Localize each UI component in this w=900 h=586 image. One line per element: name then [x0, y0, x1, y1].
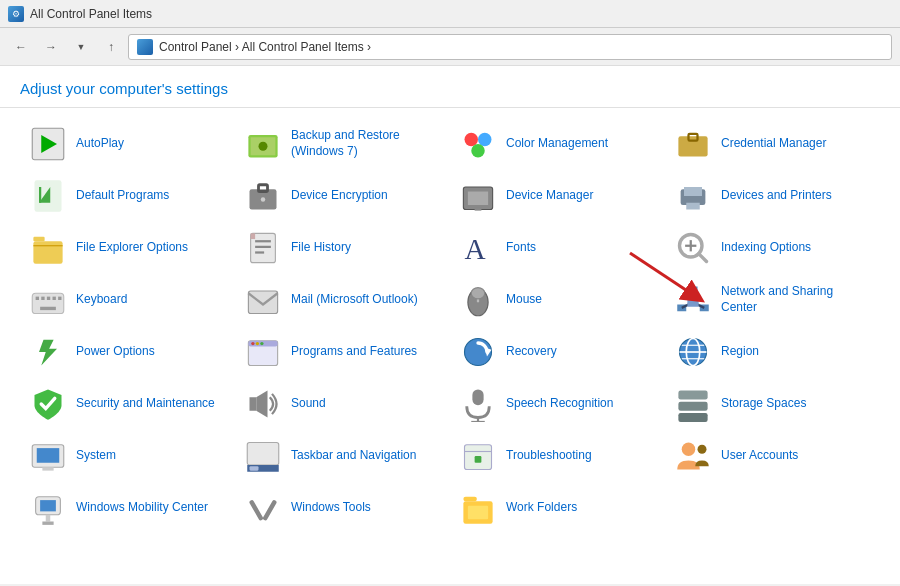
- item-file-history[interactable]: File History: [235, 222, 450, 274]
- label-sound: Sound: [291, 396, 326, 412]
- icon-work-folders: [460, 490, 496, 526]
- nav-bar: ← → ▼ ↑ Control Panel › All Control Pane…: [0, 28, 900, 66]
- icon-default: [30, 178, 66, 214]
- item-mouse[interactable]: Mouse: [450, 274, 665, 326]
- icon-user-accounts: [675, 438, 711, 474]
- icon-mail: [245, 282, 281, 318]
- icon-autoplay: [30, 126, 66, 162]
- icon-file-history: [245, 230, 281, 266]
- label-indexing: Indexing Options: [721, 240, 811, 256]
- icon-backup: [245, 126, 281, 162]
- icon-region: [675, 334, 711, 370]
- item-user-accounts[interactable]: User Accounts: [665, 430, 880, 482]
- label-network: Network and Sharing Center: [721, 284, 870, 315]
- label-windows-tools: Windows Tools: [291, 500, 371, 516]
- item-windows-mobility[interactable]: Windows Mobility Center: [20, 482, 235, 534]
- label-taskbar: Taskbar and Navigation: [291, 448, 416, 464]
- icon-mouse: [460, 282, 496, 318]
- label-speech: Speech Recognition: [506, 396, 613, 412]
- label-default-programs: Default Programs: [76, 188, 169, 204]
- item-sound[interactable]: Sound: [235, 378, 450, 430]
- item-fonts[interactable]: Fonts: [450, 222, 665, 274]
- label-autoplay: AutoPlay: [76, 136, 124, 152]
- icon-keyboard: [30, 282, 66, 318]
- page-header: Adjust your computer's settings: [0, 66, 900, 108]
- icon-taskbar: [245, 438, 281, 474]
- item-recovery[interactable]: Recovery: [450, 326, 665, 378]
- items-grid: AutoPlayBackup and Restore (Windows 7)Co…: [20, 118, 880, 534]
- recent-button[interactable]: ▼: [68, 34, 94, 60]
- icon-troubleshoot: [460, 438, 496, 474]
- label-region: Region: [721, 344, 759, 360]
- item-system[interactable]: System: [20, 430, 235, 482]
- item-credential[interactable]: Credential Manager: [665, 118, 880, 170]
- icon-credential: [675, 126, 711, 162]
- label-devices-printers: Devices and Printers: [721, 188, 832, 204]
- forward-button[interactable]: →: [38, 34, 64, 60]
- back-button[interactable]: ←: [8, 34, 34, 60]
- item-device-enc[interactable]: Device Encryption: [235, 170, 450, 222]
- address-bar-icon: [137, 39, 153, 55]
- address-bar[interactable]: Control Panel › All Control Panel Items …: [128, 34, 892, 60]
- icon-device-mgr: [460, 178, 496, 214]
- icon-device-enc: [245, 178, 281, 214]
- item-windows-tools[interactable]: Windows Tools: [235, 482, 450, 534]
- item-taskbar[interactable]: Taskbar and Navigation: [235, 430, 450, 482]
- icon-power: [30, 334, 66, 370]
- up-button[interactable]: ↑: [98, 34, 124, 60]
- label-work-folders: Work Folders: [506, 500, 577, 516]
- label-mouse: Mouse: [506, 292, 542, 308]
- item-work-folders[interactable]: Work Folders: [450, 482, 665, 534]
- icon-file-explorer: [30, 230, 66, 266]
- breadcrumb: Control Panel › All Control Panel Items …: [159, 40, 371, 54]
- label-recovery: Recovery: [506, 344, 557, 360]
- item-backup[interactable]: Backup and Restore (Windows 7): [235, 118, 450, 170]
- item-programs[interactable]: Programs and Features: [235, 326, 450, 378]
- item-security[interactable]: Security and Maintenance: [20, 378, 235, 430]
- label-system: System: [76, 448, 116, 464]
- icon-speech: [460, 386, 496, 422]
- item-default-programs[interactable]: Default Programs: [20, 170, 235, 222]
- item-file-explorer[interactable]: File Explorer Options: [20, 222, 235, 274]
- icon-programs: [245, 334, 281, 370]
- item-network[interactable]: Network and Sharing Center: [665, 274, 880, 326]
- item-mail[interactable]: Mail (Microsoft Outlook): [235, 274, 450, 326]
- item-autoplay[interactable]: AutoPlay: [20, 118, 235, 170]
- item-power[interactable]: Power Options: [20, 326, 235, 378]
- item-color-mgmt[interactable]: Color Management: [450, 118, 665, 170]
- item-indexing[interactable]: Indexing Options: [665, 222, 880, 274]
- icon-devices-printers: [675, 178, 711, 214]
- title-bar-title: All Control Panel Items: [30, 7, 152, 21]
- item-speech[interactable]: Speech Recognition: [450, 378, 665, 430]
- label-fonts: Fonts: [506, 240, 536, 256]
- icon-system: [30, 438, 66, 474]
- label-backup: Backup and Restore (Windows 7): [291, 128, 440, 159]
- label-storage: Storage Spaces: [721, 396, 806, 412]
- icon-network: [675, 282, 711, 318]
- item-keyboard[interactable]: Keyboard: [20, 274, 235, 326]
- label-security: Security and Maintenance: [76, 396, 215, 412]
- content-area: AutoPlayBackup and Restore (Windows 7)Co…: [0, 108, 900, 584]
- label-file-explorer: File Explorer Options: [76, 240, 188, 256]
- label-troubleshoot: Troubleshooting: [506, 448, 592, 464]
- page-title: Adjust your computer's settings: [20, 80, 228, 97]
- item-storage[interactable]: Storage Spaces: [665, 378, 880, 430]
- item-devices-printers[interactable]: Devices and Printers: [665, 170, 880, 222]
- label-credential: Credential Manager: [721, 136, 826, 152]
- item-device-mgr[interactable]: Device Manager: [450, 170, 665, 222]
- title-bar: ⚙ All Control Panel Items: [0, 0, 900, 28]
- title-bar-icon: ⚙: [8, 6, 24, 22]
- label-programs: Programs and Features: [291, 344, 417, 360]
- label-keyboard: Keyboard: [76, 292, 127, 308]
- label-device-mgr: Device Manager: [506, 188, 593, 204]
- icon-recovery: [460, 334, 496, 370]
- icon-color: [460, 126, 496, 162]
- icon-fonts: [460, 230, 496, 266]
- label-windows-mobility: Windows Mobility Center: [76, 500, 208, 516]
- label-color-mgmt: Color Management: [506, 136, 608, 152]
- item-troubleshoot[interactable]: Troubleshooting: [450, 430, 665, 482]
- icon-security: [30, 386, 66, 422]
- label-mail: Mail (Microsoft Outlook): [291, 292, 418, 308]
- label-file-history: File History: [291, 240, 351, 256]
- item-region[interactable]: Region: [665, 326, 880, 378]
